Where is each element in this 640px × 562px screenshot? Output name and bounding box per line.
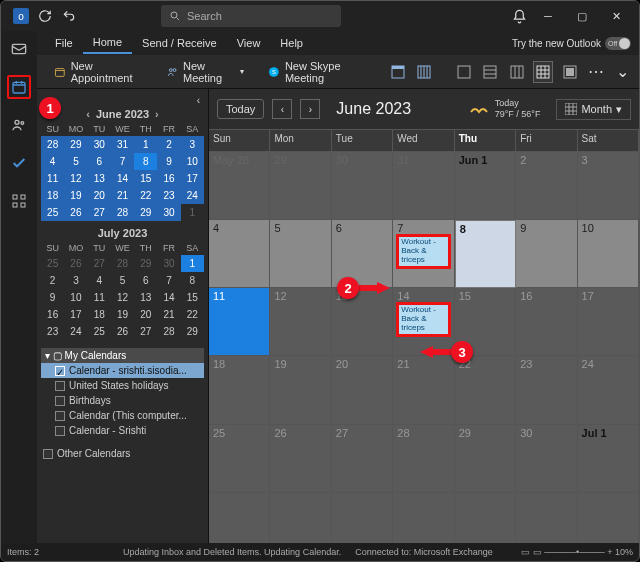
day-cell[interactable]: 16: [516, 288, 577, 356]
rail-calendar-icon[interactable]: [7, 75, 31, 99]
menu-help[interactable]: Help: [270, 33, 313, 53]
day-cell[interactable]: 2: [516, 152, 577, 220]
svg-text:S: S: [272, 68, 276, 74]
new-skype-meeting-button[interactable]: S New Skype Meeting: [259, 60, 375, 84]
close-button[interactable]: ✕: [599, 2, 633, 30]
calendar-grid[interactable]: Sun Mon Tue Wed Thu Fri Sat May 28 29 30…: [209, 129, 639, 561]
undo-icon[interactable]: [57, 4, 81, 28]
day-cell-7[interactable]: 7 Workout - Back & triceps: [393, 220, 454, 288]
weather-widget[interactable]: Today79°F / 56°F: [469, 98, 541, 120]
sync-icon[interactable]: [33, 4, 57, 28]
view-button-3[interactable]: [506, 61, 527, 83]
dow-sun: Sun: [209, 130, 270, 152]
next-button[interactable]: ›: [300, 99, 320, 119]
new-skype-label: New Skype Meeting: [285, 60, 367, 84]
mini-calendar-july[interactable]: SUMOTUWETHFRSA 2526272829301 2345678 910…: [41, 241, 204, 340]
rail-people-icon[interactable]: [7, 113, 31, 137]
my-calendars-header[interactable]: ▾ ▢ My Calendars: [41, 348, 204, 363]
day-cell-today[interactable]: 8: [455, 220, 516, 288]
view-schedule-button[interactable]: [480, 61, 501, 83]
day-cell[interactable]: Jun 1: [455, 152, 516, 220]
today-button[interactable]: Today: [217, 99, 264, 119]
calendar-item-3[interactable]: Calendar (This computer...: [41, 408, 204, 423]
event-workout-2[interactable]: Workout - Back & triceps: [396, 302, 450, 336]
annotation-3: 3: [451, 341, 473, 363]
view-label: Month: [581, 103, 612, 115]
day-cell[interactable]: 19: [270, 356, 331, 424]
svg-point-2: [171, 12, 177, 18]
day-cell[interactable]: 18: [209, 356, 270, 424]
day-cell[interactable]: 29: [270, 152, 331, 220]
svg-rect-22: [21, 195, 25, 199]
menu-home[interactable]: Home: [83, 32, 132, 54]
day-cell[interactable]: Jul 1: [578, 425, 639, 493]
minimize-button[interactable]: ─: [531, 2, 565, 30]
mini-month-2: July 2023: [98, 227, 148, 239]
day-cell[interactable]: 28: [393, 425, 454, 493]
ribbon-chevron[interactable]: ⌄: [612, 61, 633, 83]
day-cell[interactable]: 10: [578, 220, 639, 288]
calendar-item-0[interactable]: ✓Calendar - srishti.sisodia...: [41, 363, 204, 378]
day-cell[interactable]: 23: [516, 356, 577, 424]
svg-text:o: o: [18, 11, 24, 22]
menu-file[interactable]: File: [45, 33, 83, 53]
new-meeting-button[interactable]: New Meeting ▾: [158, 60, 254, 84]
day-cell[interactable]: 31: [393, 152, 454, 220]
day-cell-selected[interactable]: 11: [209, 288, 270, 356]
day-cell[interactable]: 27: [332, 425, 393, 493]
svg-rect-11: [458, 66, 470, 78]
day-cell[interactable]: 3: [578, 152, 639, 220]
day-cell[interactable]: 21: [393, 356, 454, 424]
status-bar: Items: 2 Updating Inbox and Deleted Item…: [1, 543, 639, 561]
dow-mon: Mon: [270, 130, 331, 152]
mini-next-month[interactable]: ›: [155, 108, 159, 120]
view-day-button[interactable]: [388, 61, 409, 83]
day-cell[interactable]: 13: [332, 288, 393, 356]
day-cell[interactable]: 5: [270, 220, 331, 288]
calendar-item-4[interactable]: Calendar - Srishti: [41, 423, 204, 438]
annotation-2: 2: [337, 277, 359, 299]
event-workout-1[interactable]: Workout - Back & triceps: [396, 234, 450, 268]
day-cell[interactable]: 30: [516, 425, 577, 493]
day-cell[interactable]: 25: [209, 425, 270, 493]
mini-collapse[interactable]: ‹: [197, 95, 200, 106]
status-connection: Connected to: Microsoft Exchange: [355, 547, 493, 557]
day-cell[interactable]: 9: [516, 220, 577, 288]
menu-send-receive[interactable]: Send / Receive: [132, 33, 227, 53]
menu-view[interactable]: View: [227, 33, 271, 53]
search-placeholder: Search: [187, 10, 222, 22]
status-sync: Updating Inbox and Deleted Items. Updati…: [123, 547, 341, 557]
day-cell[interactable]: 17: [578, 288, 639, 356]
view-week-button[interactable]: [453, 61, 474, 83]
day-cell[interactable]: 12: [270, 288, 331, 356]
mini-calendar-june[interactable]: SUMOTUWETHFRSA 28293031123 45678910 1112…: [41, 122, 204, 221]
day-cell[interactable]: 26: [270, 425, 331, 493]
rail-more-icon[interactable]: [7, 189, 31, 213]
bell-icon[interactable]: [507, 4, 531, 28]
rail-todo-icon[interactable]: [7, 151, 31, 175]
ribbon: New Appointment New Meeting ▾ S New Skyp…: [1, 55, 639, 89]
day-cell[interactable]: 30: [332, 152, 393, 220]
day-cell[interactable]: 29: [455, 425, 516, 493]
rail-mail-icon[interactable]: [7, 37, 31, 61]
try-toggle[interactable]: Off: [605, 37, 631, 50]
day-cell[interactable]: 24: [578, 356, 639, 424]
day-cell[interactable]: May 28: [209, 152, 270, 220]
outlook-logo-icon: o: [9, 4, 33, 28]
view-workweek-button[interactable]: [414, 61, 435, 83]
view-button-5[interactable]: [559, 61, 580, 83]
ribbon-overflow[interactable]: ⋯: [586, 61, 607, 83]
day-cell[interactable]: 22: [455, 356, 516, 424]
prev-button[interactable]: ‹: [272, 99, 292, 119]
search-box[interactable]: Search: [161, 5, 341, 27]
day-cell[interactable]: 4: [209, 220, 270, 288]
view-month-button[interactable]: [533, 61, 554, 83]
maximize-button[interactable]: ▢: [565, 2, 599, 30]
mini-prev-month[interactable]: ‹: [86, 108, 90, 120]
new-appointment-button[interactable]: New Appointment: [45, 60, 152, 84]
day-cell[interactable]: 20: [332, 356, 393, 424]
calendar-item-2[interactable]: Birthdays: [41, 393, 204, 408]
view-selector[interactable]: Month▾: [556, 99, 631, 120]
other-calendars-header[interactable]: Other Calendars: [41, 446, 204, 461]
calendar-item-1[interactable]: United States holidays: [41, 378, 204, 393]
